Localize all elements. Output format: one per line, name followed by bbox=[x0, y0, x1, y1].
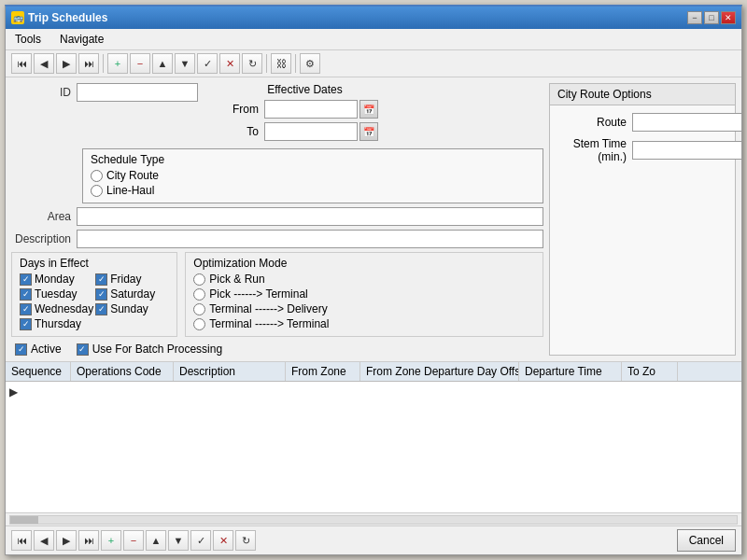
schedule-type-box: Schedule Type City Route Line-Haul bbox=[82, 148, 543, 203]
maximize-button[interactable]: □ bbox=[704, 11, 719, 24]
tb-up[interactable]: ▲ bbox=[152, 53, 173, 74]
btb-next[interactable]: ▶ bbox=[56, 530, 77, 551]
btb-prev[interactable]: ◀ bbox=[34, 530, 54, 551]
tb-cancel[interactable]: ✕ bbox=[219, 53, 240, 74]
toolbar-sep-1 bbox=[103, 54, 104, 73]
horizontal-scrollbar[interactable] bbox=[6, 512, 741, 525]
sunday-label: Sunday bbox=[110, 302, 148, 315]
effective-dates-title: Effective Dates bbox=[232, 83, 378, 96]
monday-checkbox[interactable]: ✓ bbox=[20, 273, 32, 286]
terminal-terminal-radio[interactable] bbox=[193, 318, 205, 330]
btb-refresh[interactable]: ↻ bbox=[235, 530, 256, 551]
optim-terminal-delivery: Terminal ------> Delivery bbox=[193, 302, 535, 315]
wednesday-checkbox[interactable]: ✓ bbox=[20, 303, 32, 315]
route-input[interactable] bbox=[632, 113, 741, 132]
col-ops-code: Operations Code bbox=[71, 362, 174, 381]
line-haul-label: Line-Haul bbox=[106, 184, 154, 197]
col-description: Description bbox=[174, 362, 286, 381]
batch-label: Use For Batch Processing bbox=[92, 343, 222, 356]
title-bar: 🚌 Trip Schedules − □ ✕ bbox=[6, 7, 741, 29]
tb-refresh[interactable]: ↻ bbox=[242, 53, 262, 74]
tb-prev[interactable]: ◀ bbox=[34, 53, 54, 74]
line-haul-radio[interactable] bbox=[91, 185, 103, 197]
tuesday-label: Tuesday bbox=[35, 287, 78, 301]
btb-check[interactable]: ✓ bbox=[190, 530, 211, 551]
tuesday-checkbox[interactable]: ✓ bbox=[20, 288, 32, 301]
btb-up[interactable]: ▲ bbox=[146, 530, 166, 551]
col-to-zone: To Zo bbox=[622, 362, 678, 381]
optim-pick-terminal: Pick ------> Terminal bbox=[193, 287, 535, 301]
to-date-input[interactable] bbox=[264, 122, 358, 141]
day-sunday: ✓ Sunday bbox=[95, 302, 169, 315]
window-title: Trip Schedules bbox=[28, 11, 107, 24]
row-pointer: ▶ bbox=[9, 385, 18, 399]
tb-link[interactable]: ⛓ bbox=[271, 53, 291, 74]
btb-last[interactable]: ⏭ bbox=[78, 530, 99, 551]
btb-first[interactable]: ⏮ bbox=[11, 530, 32, 551]
tb-next[interactable]: ▶ bbox=[56, 53, 77, 74]
upper-area: ID Effective Dates From 📅 To bbox=[6, 77, 741, 361]
col-sequence: Sequence bbox=[6, 362, 71, 381]
btb-add[interactable]: + bbox=[101, 530, 121, 551]
from-calendar-button[interactable]: 📅 bbox=[359, 100, 378, 119]
stem-time-input[interactable] bbox=[632, 141, 741, 160]
tb-last[interactable]: ⏭ bbox=[78, 53, 99, 74]
area-input[interactable] bbox=[77, 207, 543, 226]
description-row: Description bbox=[11, 230, 543, 248]
btb-down[interactable]: ▼ bbox=[168, 530, 189, 551]
friday-label: Friday bbox=[110, 273, 141, 286]
pick-terminal-label: Pick ------> Terminal bbox=[209, 287, 307, 301]
terminal-delivery-radio[interactable] bbox=[193, 303, 205, 315]
pick-run-radio[interactable] bbox=[193, 273, 205, 286]
sunday-checkbox[interactable]: ✓ bbox=[95, 303, 107, 315]
area-label: Area bbox=[11, 210, 77, 223]
from-date-input[interactable] bbox=[264, 100, 358, 119]
friday-checkbox[interactable]: ✓ bbox=[95, 273, 107, 286]
description-input[interactable] bbox=[77, 230, 543, 248]
toolbar-sep-3 bbox=[295, 54, 296, 73]
table-body[interactable]: ▶ bbox=[6, 382, 741, 512]
city-route-tab[interactable]: City Route Options bbox=[550, 84, 735, 105]
toolbar: ⏮ ◀ ▶ ⏭ + − ▲ ▼ ✓ ✕ ↻ ⛓ ⚙ bbox=[6, 50, 741, 77]
city-route-radio[interactable] bbox=[91, 170, 103, 182]
table-header: Sequence Operations Code Description Fro… bbox=[6, 362, 741, 382]
tb-delete[interactable]: − bbox=[130, 53, 150, 74]
minimize-button[interactable]: − bbox=[687, 11, 702, 24]
scroll-track[interactable] bbox=[9, 515, 738, 525]
city-route-panel: City Route Options Route Stem Time (min.… bbox=[549, 83, 736, 356]
bottom-checks: ✓ Active ✓ Use For Batch Processing bbox=[15, 343, 543, 356]
btb-cancel[interactable]: ✕ bbox=[213, 530, 233, 551]
menu-navigate[interactable]: Navigate bbox=[54, 31, 109, 48]
from-label: From bbox=[232, 103, 264, 116]
table-section: Sequence Operations Code Description Fro… bbox=[6, 361, 741, 525]
batch-checkbox[interactable]: ✓ bbox=[77, 343, 89, 356]
scroll-thumb[interactable] bbox=[10, 516, 38, 524]
route-label: Route bbox=[557, 116, 632, 129]
day-monday: ✓ Monday bbox=[20, 273, 93, 286]
tb-add[interactable]: + bbox=[107, 53, 128, 74]
tb-settings[interactable]: ⚙ bbox=[300, 53, 320, 74]
thursday-checkbox[interactable]: ✓ bbox=[20, 318, 32, 330]
saturday-checkbox[interactable]: ✓ bbox=[95, 288, 107, 301]
btb-remove[interactable]: − bbox=[123, 530, 144, 551]
cancel-button[interactable]: Cancel bbox=[677, 529, 736, 552]
optim-terminal-terminal: Terminal ------> Terminal bbox=[193, 317, 535, 330]
days-in-effect-box: Days in Effect ✓ Monday ✓ Friday bbox=[11, 252, 177, 337]
active-label: Active bbox=[31, 343, 62, 356]
tb-check[interactable]: ✓ bbox=[197, 53, 218, 74]
days-grid: ✓ Monday ✓ Friday ✓ Tuesday bbox=[20, 273, 169, 330]
id-input[interactable] bbox=[77, 83, 198, 102]
tb-down[interactable]: ▼ bbox=[175, 53, 195, 74]
close-button[interactable]: ✕ bbox=[721, 11, 736, 24]
menu-tools[interactable]: Tools bbox=[9, 31, 47, 48]
to-calendar-button[interactable]: 📅 bbox=[359, 122, 378, 141]
tb-first[interactable]: ⏮ bbox=[11, 53, 32, 74]
pick-terminal-radio[interactable] bbox=[193, 288, 205, 301]
thursday-label: Thursday bbox=[35, 317, 81, 330]
pick-run-label: Pick & Run bbox=[209, 273, 264, 286]
description-label: Description bbox=[11, 232, 77, 245]
active-checkbox[interactable]: ✓ bbox=[15, 343, 27, 356]
route-row: Route bbox=[557, 113, 727, 132]
stem-time-row: Stem Time (min.) bbox=[557, 137, 727, 163]
terminal-terminal-label: Terminal ------> Terminal bbox=[209, 317, 329, 330]
